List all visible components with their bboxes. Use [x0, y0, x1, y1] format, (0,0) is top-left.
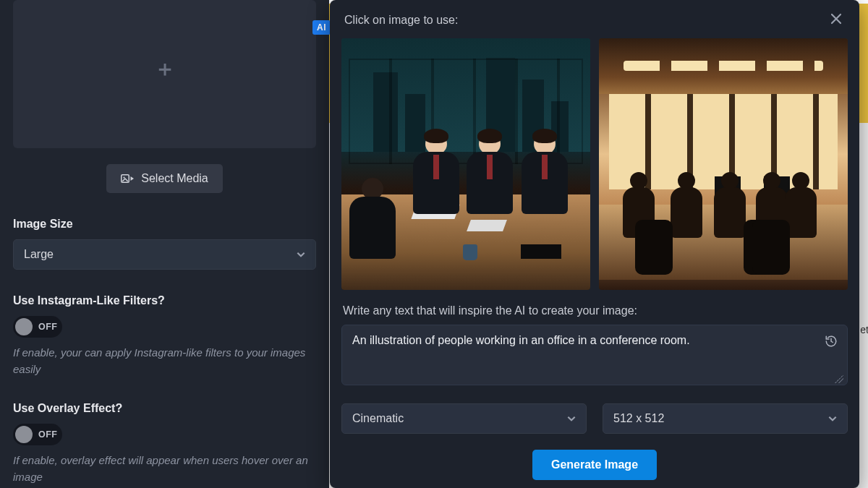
results-row: [341, 38, 848, 303]
prompt-label: Write any text that will inspire the AI …: [343, 304, 846, 317]
select-media-button[interactable]: Select Media: [106, 164, 223, 193]
overlay-block: Use Overlay Effect? OFF If enable, overl…: [13, 402, 316, 485]
media-dropzone[interactable]: ＋: [13, 0, 316, 148]
output-size-select[interactable]: 512 x 512: [603, 403, 848, 434]
close-icon[interactable]: [827, 9, 845, 31]
result-image-2[interactable]: [599, 38, 848, 290]
overlay-label: Use Overlay Effect?: [13, 402, 316, 415]
media-icon: [121, 173, 134, 184]
settings-panel: ＋ AI Select Media Image Size Large Use I…: [0, 0, 329, 488]
history-icon[interactable]: [825, 335, 838, 350]
filters-help: If enable, your can apply Instagram-like…: [13, 345, 316, 377]
ai-image-modal: Click on image to use:: [330, 0, 859, 488]
select-media-label: Select Media: [141, 172, 208, 185]
svg-point-1: [124, 176, 125, 178]
style-select[interactable]: Cinematic: [341, 403, 587, 434]
toggle-knob: [15, 426, 33, 443]
filters-toggle-state: OFF: [38, 322, 58, 332]
overlay-toggle-state: OFF: [38, 429, 58, 440]
ai-badge[interactable]: AI: [312, 20, 331, 35]
filters-block: Use Instagram-Like Filters? OFF If enabl…: [13, 294, 316, 377]
overlay-help: If enable, overlay effect will appear wh…: [13, 453, 316, 485]
filters-label: Use Instagram-Like Filters?: [13, 294, 316, 307]
truncated-text: et: [860, 324, 868, 335]
overlay-toggle[interactable]: OFF: [13, 424, 62, 445]
prompt-textarea[interactable]: [341, 325, 848, 385]
image-size-block: Image Size Large: [13, 218, 316, 270]
plus-icon: ＋: [154, 58, 176, 80]
filters-toggle[interactable]: OFF: [13, 316, 62, 338]
toggle-knob: [15, 318, 33, 335]
image-size-label: Image Size: [13, 218, 316, 231]
modal-title: Click on image to use:: [344, 14, 458, 27]
image-size-select[interactable]: Large: [13, 239, 316, 270]
result-image-1[interactable]: [341, 38, 590, 290]
generate-image-button[interactable]: Generate Image: [532, 450, 657, 480]
